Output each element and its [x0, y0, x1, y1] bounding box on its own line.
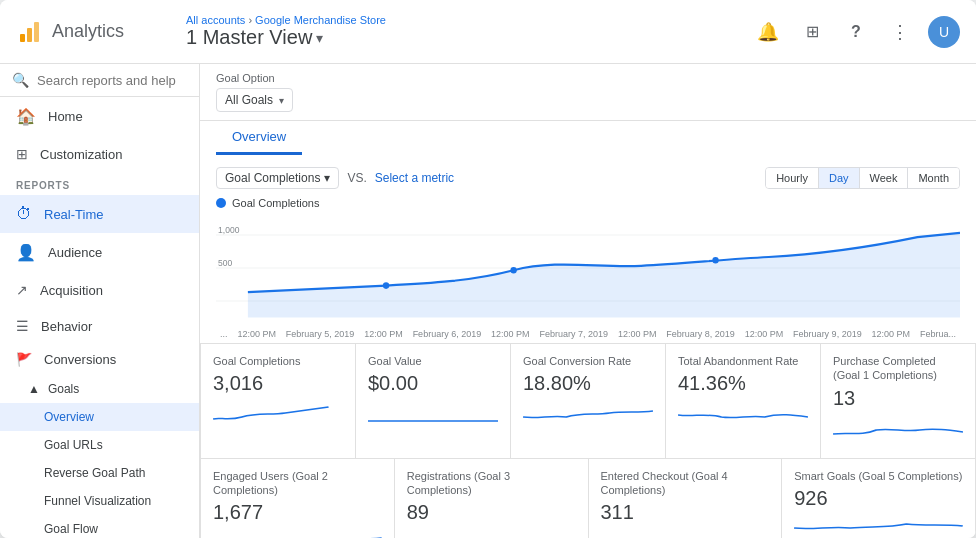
metric-card-r2-title-2: Entered Checkout (Goal 4 Completions)	[601, 469, 770, 498]
view-dropdown-arrow: ▾	[316, 30, 323, 46]
metric-card-value-3: 41.36%	[678, 372, 808, 395]
legend-dot	[216, 198, 226, 208]
sidebar-item-goal-urls[interactable]: Goal URLs	[0, 431, 199, 459]
metric-card-r2-sparkline-0	[213, 528, 382, 538]
chart-container: Goal Completions 1,000 500	[216, 197, 960, 327]
conversions-icon: 🚩	[16, 352, 32, 367]
metric-card-value-0: 3,016	[213, 372, 343, 395]
grid-button[interactable]: ⊞	[796, 16, 828, 48]
sidebar: 🔍 🏠 Home ⊞ Customization REPORTS ⏱ Real-…	[0, 64, 200, 538]
svg-point-9	[510, 267, 516, 274]
breadcrumb-area: All accounts › Google Merchandise Store …	[176, 14, 752, 49]
overview-tab[interactable]: Overview	[216, 121, 302, 155]
goal-select-dropdown[interactable]: All Goals ▾	[216, 88, 293, 112]
metric-card-title-0: Goal Completions	[213, 354, 343, 368]
user-avatar[interactable]: U	[928, 16, 960, 48]
sidebar-item-acquisition[interactable]: ↗ Acquisition	[0, 272, 199, 308]
customization-icon: ⊞	[16, 146, 28, 162]
svg-rect-0	[20, 34, 25, 42]
search-icon: 🔍	[12, 72, 29, 88]
chart-svg: 1,000 500	[216, 213, 960, 323]
metric-card-r2-sparkline-2	[601, 528, 770, 538]
metric-card-r2-2[interactable]: Entered Checkout (Goal 4 Completions) 31…	[589, 459, 782, 538]
reports-section-label: REPORTS	[0, 172, 199, 195]
grid-icon: ⊞	[806, 22, 819, 41]
svg-rect-1	[27, 28, 32, 42]
metric-selector: Goal Completions ▾ VS. Select a metric	[216, 167, 454, 189]
sidebar-item-goal-flow[interactable]: Goal Flow	[0, 515, 199, 538]
metric-card-2[interactable]: Goal Conversion Rate 18.80%	[511, 344, 665, 458]
sidebar-item-realtime[interactable]: ⏱ Real-Time	[0, 195, 199, 233]
metric-card-1[interactable]: Goal Value $0.00	[356, 344, 510, 458]
time-btn-week[interactable]: Week	[860, 168, 909, 188]
metric-card-title-3: Total Abandonment Rate	[678, 354, 808, 368]
metric-dropdown-arrow: ▾	[324, 171, 330, 185]
goal-dropdown-arrow: ▾	[279, 95, 284, 106]
svg-point-8	[383, 282, 389, 289]
content-wrapper: Goal Option All Goals ▾ Overview Goal Co…	[200, 64, 976, 538]
metric-card-title-4: Purchase Completed (Goal 1 Completions)	[833, 354, 963, 383]
overview-section: Overview Goal Completions ▾ VS. Select a…	[200, 121, 976, 343]
sidebar-item-overview[interactable]: Overview	[0, 403, 199, 431]
sidebar-item-customization[interactable]: ⊞ Customization	[0, 136, 199, 172]
time-buttons: Hourly Day Week Month	[765, 167, 960, 189]
time-btn-day[interactable]: Day	[819, 168, 860, 188]
metric-card-r2-value-3: 926	[794, 487, 963, 510]
metric-card-r2-1[interactable]: Registrations (Goal 3 Completions) 89	[395, 459, 588, 538]
store-link[interactable]: Google Merchandise Store	[255, 14, 386, 26]
sidebar-item-home[interactable]: 🏠 Home	[0, 97, 199, 136]
top-bar: Analytics All accounts › Google Merchand…	[0, 0, 976, 64]
sidebar-item-reverse-goal-path[interactable]: Reverse Goal Path	[0, 459, 199, 487]
audience-icon: 👤	[16, 243, 36, 262]
more-button[interactable]: ⋮	[884, 16, 916, 48]
vs-label: VS.	[347, 171, 366, 185]
sidebar-item-goals[interactable]: ▲ Goals	[0, 375, 199, 403]
metric-card-value-1: $0.00	[368, 372, 498, 395]
metric-card-sparkline-3	[678, 399, 808, 429]
svg-rect-2	[34, 22, 39, 42]
more-icon: ⋮	[891, 21, 909, 43]
svg-text:1,000: 1,000	[218, 225, 239, 235]
sidebar-item-audience[interactable]: 👤 Audience	[0, 233, 199, 272]
chart-controls: Goal Completions ▾ VS. Select a metric H…	[216, 167, 960, 189]
metric-dropdown[interactable]: Goal Completions ▾	[216, 167, 339, 189]
help-button[interactable]: ?	[840, 16, 872, 48]
search-box[interactable]: 🔍	[0, 64, 199, 97]
metric-card-r2-title-1: Registrations (Goal 3 Completions)	[407, 469, 576, 498]
chart-legend: Goal Completions	[216, 197, 960, 209]
metric-card-r2-sparkline-1	[407, 528, 576, 538]
sidebar-item-behavior[interactable]: ☰ Behavior	[0, 308, 199, 344]
metric-card-4[interactable]: Purchase Completed (Goal 1 Completions) …	[821, 344, 975, 458]
metric-card-sparkline-4	[833, 414, 963, 444]
view-title[interactable]: 1 Master View ▾	[186, 26, 752, 49]
chart-x-labels: ... 12:00 PM February 5, 2019 12:00 PM F…	[216, 329, 960, 339]
acquisition-icon: ↗	[16, 282, 28, 298]
metric-card-3[interactable]: Total Abandonment Rate 41.36%	[666, 344, 820, 458]
app-container: Analytics All accounts › Google Merchand…	[0, 0, 976, 538]
time-btn-month[interactable]: Month	[908, 168, 959, 188]
metric-card-r2-title-0: Engaged Users (Goal 2 Completions)	[213, 469, 382, 498]
notification-button[interactable]: 🔔	[752, 16, 784, 48]
metric-card-r2-3[interactable]: Smart Goals (Goal 5 Completions) 926	[782, 459, 975, 538]
top-bar-actions: 🔔 ⊞ ? ⋮ U	[752, 16, 960, 48]
sidebar-item-conversions[interactable]: 🚩 Conversions	[0, 344, 199, 375]
app-title: Analytics	[52, 21, 124, 42]
metric-cards-row2: Engaged Users (Goal 2 Completions) 1,677…	[200, 459, 976, 538]
metric-card-title-1: Goal Value	[368, 354, 498, 368]
metric-card-r2-value-2: 311	[601, 501, 770, 524]
analytics-logo-icon	[16, 18, 44, 46]
metric-card-r2-title-3: Smart Goals (Goal 5 Completions)	[794, 469, 963, 483]
goal-option-bar: Goal Option All Goals ▾	[200, 64, 976, 121]
content-area: Goal Option All Goals ▾ Overview Goal Co…	[200, 64, 976, 538]
metric-card-0[interactable]: Goal Completions 3,016	[201, 344, 355, 458]
realtime-icon: ⏱	[16, 205, 32, 223]
goals-expand-icon: ▲	[28, 382, 40, 396]
all-accounts-link[interactable]: All accounts	[186, 14, 245, 26]
select-metric-link[interactable]: Select a metric	[375, 171, 454, 185]
search-input[interactable]	[37, 73, 187, 88]
metric-card-r2-0[interactable]: Engaged Users (Goal 2 Completions) 1,677	[201, 459, 394, 538]
sidebar-item-funnel-visualization[interactable]: Funnel Visualization	[0, 487, 199, 515]
svg-text:500: 500	[218, 258, 232, 268]
time-btn-hourly[interactable]: Hourly	[766, 168, 819, 188]
metric-card-sparkline-0	[213, 399, 343, 429]
